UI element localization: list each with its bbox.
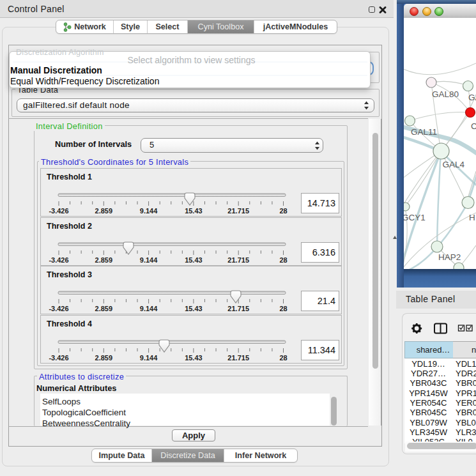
svg-text:15.43: 15.43 — [185, 256, 203, 264]
svg-text:28: 28 — [279, 207, 287, 215]
svg-text:21.715: 21.715 — [227, 256, 249, 264]
svg-text:2.859: 2.859 — [95, 256, 113, 264]
svg-text:15.43: 15.43 — [185, 305, 203, 312]
svg-text:2.859: 2.859 — [95, 305, 113, 312]
svg-text:2.859: 2.859 — [95, 207, 113, 215]
svg-text:GAL80: GAL80 — [432, 89, 459, 99]
svg-text:GA: GA — [468, 93, 476, 102]
svg-text:9.144: 9.144 — [140, 256, 158, 264]
svg-text:-3.426: -3.426 — [49, 207, 68, 215]
svg-text:28: 28 — [279, 354, 287, 362]
svg-text:GCY1: GCY1 — [404, 213, 426, 222]
svg-text:GAL11: GAL11 — [411, 127, 437, 137]
svg-text:H: H — [469, 213, 475, 222]
svg-text:2.859: 2.859 — [95, 354, 113, 362]
svg-text:9.144: 9.144 — [140, 305, 158, 312]
svg-text:21.715: 21.715 — [227, 354, 249, 362]
svg-text:C: C — [471, 121, 476, 131]
svg-text:HAP2: HAP2 — [438, 252, 461, 262]
svg-text:-3.426: -3.426 — [49, 305, 68, 312]
svg-text:21.715: 21.715 — [227, 207, 249, 215]
svg-text:GAL4: GAL4 — [443, 160, 465, 169]
svg-text:15.43: 15.43 — [185, 354, 203, 362]
svg-text:28: 28 — [279, 256, 287, 264]
svg-text:-3.426: -3.426 — [49, 256, 68, 264]
svg-text:9.144: 9.144 — [140, 207, 158, 215]
svg-text:15.43: 15.43 — [185, 207, 203, 215]
svg-text:28: 28 — [279, 305, 287, 312]
svg-text:9.144: 9.144 — [140, 354, 158, 362]
svg-text:-3.426: -3.426 — [49, 354, 68, 362]
svg-text:21.715: 21.715 — [227, 305, 249, 312]
